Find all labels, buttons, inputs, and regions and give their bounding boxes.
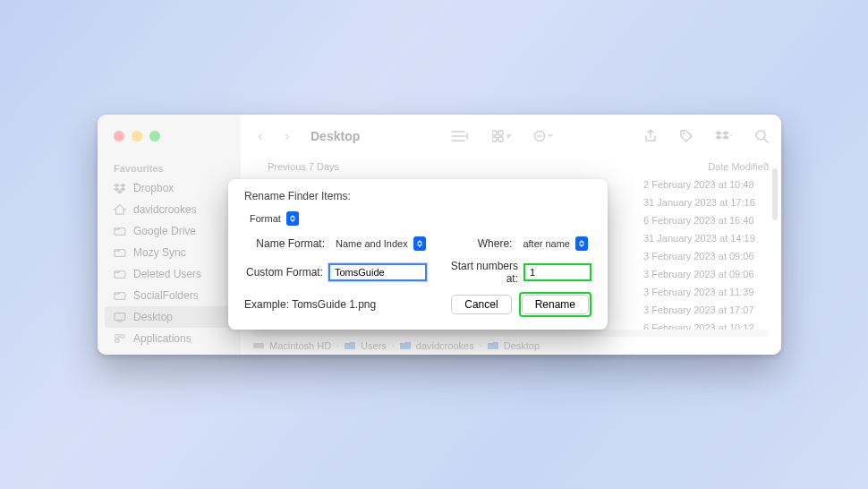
- vertical-scrollbar[interactable]: [772, 168, 778, 220]
- dialog-title: Rename Finder Items:: [244, 190, 591, 202]
- sidebar-section-title: Favourites: [98, 158, 241, 177]
- example-text: Example: TomsGuide 1.png: [244, 298, 376, 311]
- file-date: 2 February 2023 at 10:48: [643, 179, 781, 190]
- select-arrows-icon: [575, 236, 588, 251]
- file-date: 3 February 2023 at 17:07: [643, 305, 781, 315]
- sidebar-item-gdrive[interactable]: Google Drive: [98, 220, 241, 242]
- file-date: 31 January 2023 at 17:16: [643, 197, 781, 208]
- sidebar-item-label: SocialFolders: [133, 289, 199, 302]
- home-icon: [114, 204, 126, 215]
- horizontal-scrollbar[interactable]: [253, 330, 769, 337]
- folder-icon: [114, 269, 126, 279]
- mode-select[interactable]: Format: [244, 210, 302, 227]
- traffic-lights: [98, 131, 160, 142]
- select-arrows-icon: [413, 236, 426, 251]
- sidebar-item-label: Desktop: [133, 311, 173, 323]
- date-column-header[interactable]: Date Modified: [708, 161, 769, 172]
- svg-rect-5: [115, 335, 119, 338]
- sidebar-item-label: Deleted Users: [133, 268, 201, 280]
- sidebar-item-label: Applications: [133, 332, 191, 345]
- folder-icon: [114, 290, 126, 301]
- sidebar-item-mozy[interactable]: Mozy Sync: [98, 242, 241, 263]
- sidebar-item-deleted[interactable]: Deleted Users: [98, 263, 241, 285]
- select-arrows-icon: [286, 211, 299, 226]
- file-date: 31 January 2023 at 14:19: [643, 233, 781, 244]
- desktop-icon: [114, 312, 126, 322]
- sidebar-item-label: Mozy Sync: [133, 246, 186, 259]
- name-format-label: Name Format:: [244, 237, 325, 250]
- file-date: 3 February 2023 at 09:06: [643, 251, 781, 262]
- sidebar-item-docs[interactable]: Documents: [98, 349, 241, 355]
- where-value: after name: [523, 238, 570, 249]
- titlebar: [98, 115, 781, 158]
- file-date: 3 February 2023 at 09:06: [643, 269, 781, 279]
- close-button[interactable]: [114, 131, 124, 142]
- sidebar-item-label: Documents: [133, 354, 188, 355]
- file-date: 3 February 2023 at 11:39: [643, 287, 781, 297]
- sidebar-item-dropbox[interactable]: Dropbox: [98, 177, 241, 199]
- where-label: Where:: [478, 237, 513, 250]
- breadcrumb: Macintosh HD› Users› davidcrookes› Deskt…: [253, 340, 540, 351]
- name-format-value: Name and Index: [336, 238, 408, 249]
- minimize-button[interactable]: [132, 131, 142, 142]
- dropbox-icon: [114, 183, 126, 193]
- svg-rect-4: [115, 313, 125, 321]
- mode-select-label: Format: [250, 213, 281, 224]
- folder-icon: [400, 341, 411, 350]
- where-select[interactable]: after name: [517, 235, 591, 253]
- folder-icon: [114, 247, 126, 258]
- apps-icon: [114, 333, 126, 344]
- list-section-header: Previous 7 Days ⌃ Date Modified: [241, 158, 781, 176]
- cancel-button[interactable]: Cancel: [451, 295, 511, 314]
- rename-dialog: Rename Finder Items: Format Name Format:…: [228, 179, 608, 330]
- folder-icon: [488, 341, 498, 350]
- sidebar-item-desktop[interactable]: Desktop: [105, 306, 234, 328]
- maximize-button[interactable]: [149, 131, 160, 142]
- rename-button[interactable]: Rename: [522, 295, 589, 314]
- sidebar-item-home[interactable]: davidcrookes: [98, 199, 241, 220]
- sidebar-item-apps[interactable]: Applications: [98, 328, 241, 349]
- sidebar-item-label: davidcrookes: [133, 203, 197, 216]
- sidebar-item-social[interactable]: SocialFolders: [98, 285, 241, 306]
- start-numbers-label: Start numbers at:: [438, 260, 518, 285]
- custom-format-input[interactable]: [328, 263, 427, 281]
- sidebar-item-label: Dropbox: [133, 182, 174, 194]
- section-title: Previous 7 Days: [268, 161, 339, 172]
- folder-icon: [114, 226, 126, 236]
- svg-rect-7: [115, 339, 119, 342]
- sidebar-item-label: Google Drive: [133, 225, 196, 237]
- crumb[interactable]: Macintosh HD: [269, 340, 331, 351]
- start-numbers-input[interactable]: [523, 263, 591, 281]
- crumb[interactable]: davidcrookes: [416, 340, 474, 351]
- crumb[interactable]: Users: [361, 340, 387, 351]
- svg-rect-6: [121, 335, 124, 338]
- crumb[interactable]: Desktop: [504, 340, 540, 351]
- file-date: 6 February 2023 at 16:40: [643, 215, 781, 226]
- name-format-select[interactable]: Name and Index: [330, 235, 430, 253]
- folder-icon: [345, 341, 355, 350]
- custom-format-label: Custom Format:: [244, 266, 323, 279]
- disk-icon: [253, 341, 264, 350]
- svg-rect-20: [253, 343, 264, 348]
